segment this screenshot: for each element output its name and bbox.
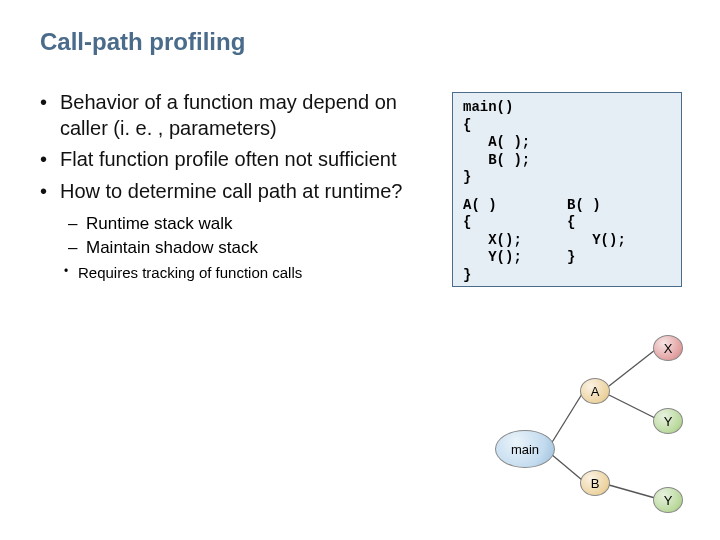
bullet-list: Behavior of a function may depend on cal… xyxy=(40,90,420,204)
code-b: B( ) { Y(); } xyxy=(567,197,671,285)
node-a: A xyxy=(580,378,610,404)
svg-line-2 xyxy=(609,350,655,386)
svg-line-3 xyxy=(609,395,655,418)
node-main: main xyxy=(495,430,555,468)
bullet-item: Flat function profile often not sufficie… xyxy=(40,147,420,173)
node-b: B xyxy=(580,470,610,496)
node-y2: Y xyxy=(653,487,683,513)
code-a: A( ) { X(); Y(); } xyxy=(463,197,567,285)
svg-line-0 xyxy=(551,394,582,444)
subsub-bullet-item: Requires tracking of function calls xyxy=(64,264,420,281)
code-main: main() { A( ); B( ); } xyxy=(463,99,671,187)
sub-bullet-list: Runtime stack walk Maintain shadow stack xyxy=(40,214,420,258)
bullet-item: Behavior of a function may depend on cal… xyxy=(40,90,420,141)
content-column: Behavior of a function may depend on cal… xyxy=(40,90,420,281)
node-x: X xyxy=(653,335,683,361)
subsub-bullet-list: Requires tracking of function calls xyxy=(40,264,420,281)
sub-bullet-item: Runtime stack walk xyxy=(68,214,420,234)
code-box: main() { A( ); B( ); } A( ) { X(); Y(); … xyxy=(452,92,682,287)
node-y1: Y xyxy=(653,408,683,434)
svg-line-1 xyxy=(551,454,582,480)
slide-title: Call-path profiling xyxy=(40,28,245,56)
sub-bullet-item: Maintain shadow stack xyxy=(68,238,420,258)
svg-line-4 xyxy=(609,485,655,498)
bullet-item: How to determine call path at runtime? xyxy=(40,179,420,205)
